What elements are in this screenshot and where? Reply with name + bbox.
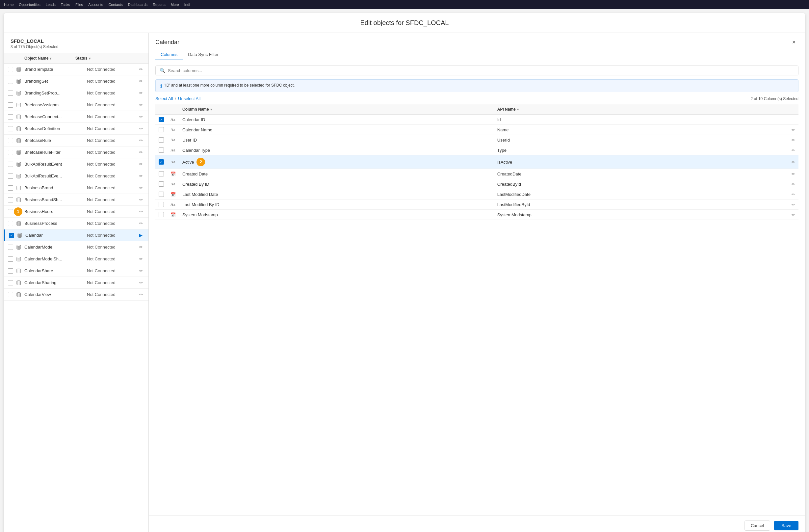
save-button[interactable]: Save <box>774 521 798 530</box>
edit-icon[interactable]: ✏ <box>792 212 795 217</box>
object-checkbox[interactable] <box>8 256 13 262</box>
row-edit-icon[interactable]: ✏ <box>137 79 144 84</box>
row-edit-icon[interactable]: ✏ <box>137 102 144 107</box>
edit-icon[interactable]: ✏ <box>792 127 795 132</box>
row-edit-icon[interactable]: ✏ <box>137 280 144 285</box>
column-checkbox[interactable] <box>159 202 164 207</box>
edit-cell[interactable]: ✏ <box>788 200 798 210</box>
column-checkbox[interactable] <box>159 127 164 132</box>
edit-icon[interactable]: ✏ <box>792 138 795 142</box>
column-name-header[interactable]: Column Name ▾ <box>179 104 494 115</box>
nav-more[interactable]: More <box>171 3 179 6</box>
row-edit-icon[interactable]: ✏ <box>137 114 144 119</box>
row-edit-icon[interactable]: ✏ <box>137 221 144 226</box>
edit-cell[interactable]: ✏ <box>788 155 798 169</box>
object-row[interactable]: BusinessBrandSh...Not Connected✏ <box>4 194 149 206</box>
object-row[interactable]: BrandingSetProp...Not Connected✏ <box>4 87 149 99</box>
object-row[interactable]: BriefcaseConnect...Not Connected✏ <box>4 111 149 123</box>
nav-accounts[interactable]: Accounts <box>88 3 103 6</box>
tab-datasyncfilter[interactable]: Data Sync Filter <box>183 49 223 60</box>
row-edit-icon[interactable]: ✏ <box>137 256 144 261</box>
object-row[interactable]: BriefcaseRuleNot Connected✏ <box>4 135 149 147</box>
object-checkbox[interactable] <box>8 185 13 191</box>
row-edit-icon[interactable]: ✏ <box>137 268 144 273</box>
nav-home[interactable]: Home <box>4 3 14 6</box>
edit-icon[interactable]: ✏ <box>792 160 795 165</box>
search-input[interactable] <box>168 68 794 73</box>
row-edit-icon[interactable]: ✏ <box>137 197 144 202</box>
edit-icon[interactable]: ✏ <box>792 148 795 153</box>
status-header[interactable]: Status ▾ <box>75 56 131 61</box>
row-edit-icon[interactable]: ✏ <box>137 67 144 72</box>
edit-icon[interactable]: ✏ <box>792 172 795 176</box>
nav-dashboards[interactable]: Dashboards <box>128 3 148 6</box>
object-row[interactable]: 1BusinessHoursNot Connected✏ <box>4 206 149 218</box>
column-checkbox[interactable] <box>159 159 164 165</box>
row-edit-icon[interactable]: ✏ <box>137 126 144 131</box>
column-checkbox[interactable] <box>159 182 164 187</box>
row-arrow-icon[interactable]: ▶ <box>137 233 144 238</box>
unselect-all-link[interactable]: Unselect All <box>178 96 201 101</box>
object-row[interactable]: CalendarShareNot Connected✏ <box>4 265 149 277</box>
object-row[interactable]: BrandingSetNot Connected✏ <box>4 75 149 87</box>
object-row[interactable]: BulkApiResultEventNot Connected✏ <box>4 158 149 170</box>
object-checkbox[interactable] <box>8 268 13 274</box>
nav-opportunities[interactable]: Opportunities <box>19 3 40 6</box>
nav-leads[interactable]: Leads <box>46 3 56 6</box>
column-checkbox[interactable] <box>159 212 164 217</box>
object-checkbox[interactable] <box>8 280 13 286</box>
nav-files[interactable]: Files <box>75 3 83 6</box>
column-checkbox[interactable] <box>159 137 164 142</box>
edit-cell[interactable]: ✏ <box>788 125 798 135</box>
object-checkbox[interactable] <box>8 245 13 250</box>
edit-icon[interactable]: ✏ <box>792 192 795 197</box>
object-checkbox[interactable] <box>8 221 13 226</box>
column-checkbox[interactable] <box>159 192 164 197</box>
row-edit-icon[interactable]: ✏ <box>137 209 144 214</box>
object-row[interactable]: BriefcaseAssignm...Not Connected✏ <box>4 99 149 111</box>
row-edit-icon[interactable]: ✏ <box>137 90 144 96</box>
row-edit-icon[interactable]: ✏ <box>137 138 144 143</box>
select-all-link[interactable]: Select All <box>155 96 173 101</box>
column-checkbox[interactable] <box>159 117 164 122</box>
object-row[interactable]: CalendarViewNot Connected✏ <box>4 289 149 301</box>
row-edit-icon[interactable]: ✏ <box>137 292 144 297</box>
object-checkbox[interactable] <box>8 138 13 143</box>
nav-indi[interactable]: Indi <box>184 3 190 6</box>
object-checkbox[interactable] <box>8 114 13 120</box>
object-checkbox[interactable] <box>8 79 13 84</box>
edit-cell[interactable]: ✏ <box>788 179 798 189</box>
edit-cell[interactable]: ✏ <box>788 189 798 200</box>
edit-icon[interactable]: ✏ <box>792 202 795 207</box>
column-checkbox[interactable] <box>159 171 164 176</box>
object-checkbox[interactable] <box>8 197 13 203</box>
column-checkbox[interactable] <box>159 148 164 153</box>
object-checkbox[interactable] <box>8 162 13 167</box>
object-name-header[interactable]: Object Name ▾ <box>24 56 73 61</box>
object-checkbox[interactable] <box>8 209 13 214</box>
row-edit-icon[interactable]: ✏ <box>137 150 144 155</box>
object-row[interactable]: CalendarModelNot Connected✏ <box>4 241 149 253</box>
object-row[interactable]: BrandTemplateNot Connected✏ <box>4 64 149 75</box>
edit-cell[interactable]: ✏ <box>788 169 798 179</box>
object-row[interactable]: BusinessBrandNot Connected✏ <box>4 182 149 194</box>
object-row[interactable]: CalendarSharingNot Connected✏ <box>4 277 149 289</box>
object-row[interactable]: BriefcaseRuleFilterNot Connected✏ <box>4 147 149 158</box>
object-checkbox[interactable] <box>9 233 14 238</box>
row-edit-icon[interactable]: ✏ <box>137 185 144 190</box>
object-row[interactable]: CalendarModelSh...Not Connected✏ <box>4 253 149 265</box>
api-name-header[interactable]: API Name ▾ <box>494 104 788 115</box>
object-checkbox[interactable] <box>8 102 13 108</box>
row-edit-icon[interactable]: ✏ <box>137 162 144 167</box>
object-row[interactable]: BriefcaseDefinitionNot Connected✏ <box>4 123 149 135</box>
object-row[interactable]: BusinessProcessNot Connected✏ <box>4 218 149 229</box>
object-checkbox[interactable] <box>8 90 13 96</box>
object-checkbox[interactable] <box>8 126 13 131</box>
edit-cell[interactable]: ✏ <box>788 135 798 145</box>
edit-cell[interactable]: ✏ <box>788 210 798 220</box>
tab-columns[interactable]: Columns <box>155 49 183 60</box>
object-checkbox[interactable] <box>8 67 13 72</box>
object-checkbox[interactable] <box>8 150 13 155</box>
nav-tasks[interactable]: Tasks <box>61 3 70 6</box>
object-row[interactable]: BulkApiResultEve...Not Connected✏ <box>4 170 149 182</box>
